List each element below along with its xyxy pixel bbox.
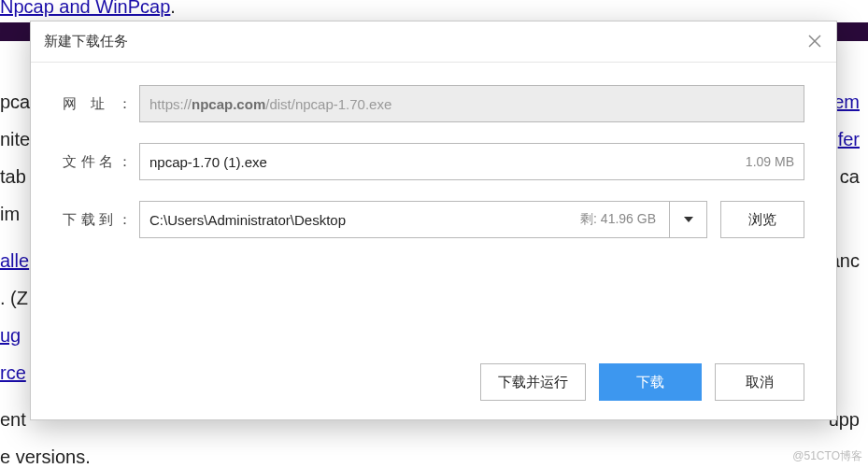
url-text: https://npcap.com/dist/npcap-1.70.exe xyxy=(149,96,391,112)
label-filename: 文件名 xyxy=(63,153,139,171)
row-saveto: 下载到 C:\Users\Administrator\Desktop 剩: 41… xyxy=(63,201,804,238)
savepath-text: C:\Users\Administrator\Desktop xyxy=(149,212,573,228)
download-and-run-button[interactable]: 下载并运行 xyxy=(480,363,586,401)
dialog-title: 新建下载任务 xyxy=(44,33,128,50)
dialog-body: 网址 https://npcap.com/dist/npcap-1.70.exe… xyxy=(31,63,836,238)
bg-frag: e versions. xyxy=(0,447,91,467)
bg-frag: ent xyxy=(0,404,26,435)
browse-button[interactable]: 浏览 xyxy=(720,201,804,238)
row-filename: 文件名 npcap-1.70 (1).exe 1.09 MB xyxy=(63,143,804,180)
close-button[interactable] xyxy=(801,27,829,55)
dialog-footer: 下载并运行 下载 取消 xyxy=(480,363,804,401)
download-button[interactable]: 下载 xyxy=(599,363,702,401)
svg-marker-2 xyxy=(684,217,693,222)
savepath-field[interactable]: C:\Users\Administrator\Desktop 剩: 41.96 … xyxy=(139,201,670,238)
label-url: 网址 xyxy=(63,95,139,113)
url-field[interactable]: https://npcap.com/dist/npcap-1.70.exe xyxy=(139,85,804,122)
bg-link-right[interactable]: fer xyxy=(838,123,860,155)
filename-field[interactable]: npcap-1.70 (1).exe 1.09 MB xyxy=(139,143,804,180)
dialog-header: 新建下载任务 xyxy=(31,21,836,63)
chevron-down-icon xyxy=(683,214,694,225)
label-saveto: 下载到 xyxy=(63,211,139,229)
remaining-space: 剩: 41.96 GB xyxy=(573,211,660,228)
bg-frag: . (Z xyxy=(0,288,28,308)
cancel-button[interactable]: 取消 xyxy=(715,363,804,401)
bg-link-left[interactable]: rce xyxy=(0,362,26,383)
bg-frag: tab xyxy=(0,161,26,192)
row-url: 网址 https://npcap.com/dist/npcap-1.70.exe xyxy=(63,85,804,122)
close-icon xyxy=(807,34,822,49)
bg-heading-suffix: . xyxy=(170,0,176,17)
savepath-dropdown-button[interactable] xyxy=(670,201,707,238)
watermark: @51CTO博客 xyxy=(792,448,862,464)
file-size: 1.09 MB xyxy=(738,154,794,169)
filename-text: npcap-1.70 (1).exe xyxy=(149,154,738,170)
download-dialog: 新建下载任务 网址 https://npcap.com/dist/npcap-1… xyxy=(30,21,837,420)
bg-frag: im xyxy=(0,204,20,224)
bg-link-left[interactable]: ug xyxy=(0,325,21,346)
bg-frag: nite xyxy=(0,123,30,155)
bg-heading-link[interactable]: Npcap and WinPcap xyxy=(0,0,170,17)
bg-link-left[interactable]: alle xyxy=(0,245,29,277)
